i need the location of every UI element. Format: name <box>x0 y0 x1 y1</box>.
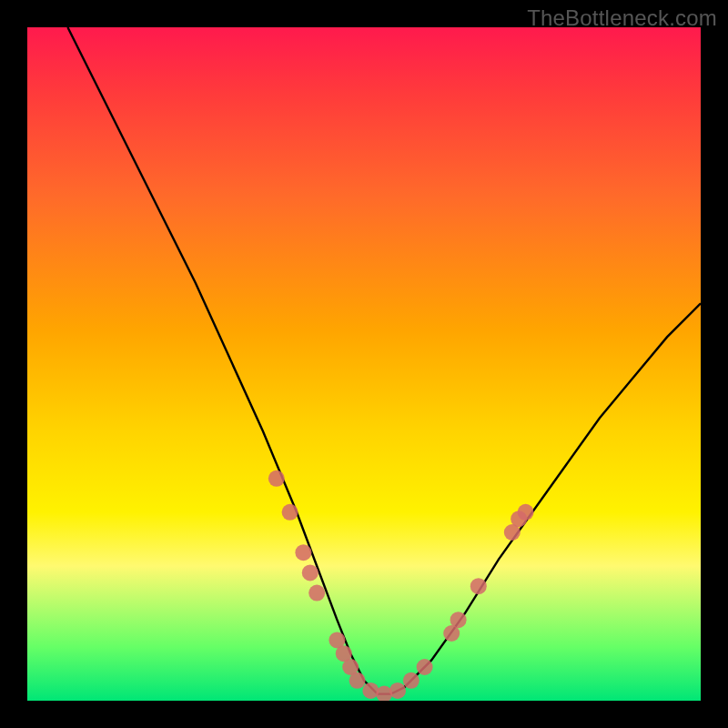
curve-marker <box>349 672 366 689</box>
curve-marker <box>302 564 318 581</box>
curve-markers <box>268 470 534 701</box>
curve-marker <box>268 470 285 487</box>
curve-marker <box>417 659 433 675</box>
chart-svg <box>27 27 701 701</box>
curve-marker <box>403 672 420 689</box>
curve-marker <box>308 585 325 602</box>
curve-marker <box>518 504 534 521</box>
curve-marker <box>450 612 467 628</box>
curve-marker <box>389 682 406 699</box>
bottleneck-curve <box>67 27 701 694</box>
curve-marker <box>282 504 298 521</box>
watermark-text: TheBottleneck.com <box>527 5 717 31</box>
chart-frame <box>27 27 701 701</box>
curve-marker <box>295 544 311 561</box>
curve-marker <box>470 578 487 594</box>
